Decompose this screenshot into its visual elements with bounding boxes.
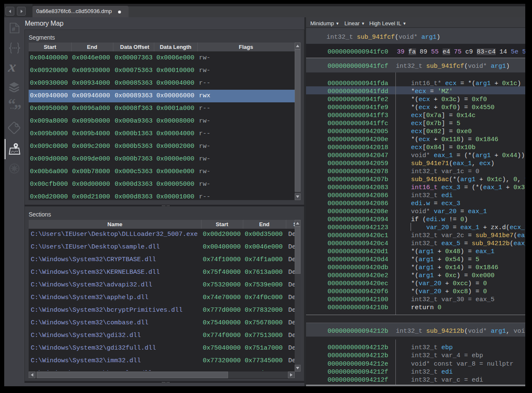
svg-text:#: # [12, 26, 15, 33]
